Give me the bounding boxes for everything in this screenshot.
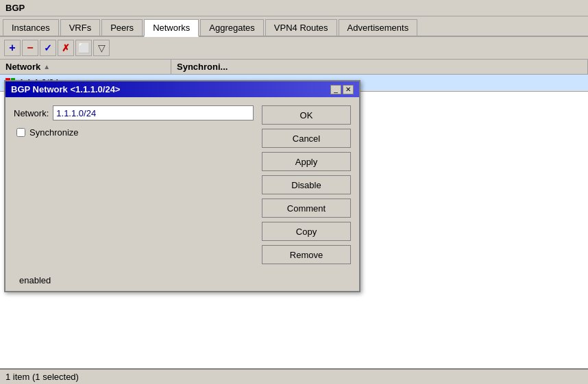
check-button[interactable]: ✓: [40, 40, 56, 56]
tab-networks[interactable]: Networks: [144, 19, 199, 37]
synchronize-row: Synchronize: [16, 127, 254, 138]
table-header: Network ▲ Synchroni...: [0, 60, 588, 75]
dialog-actions: OK Cancel Apply Disable Comment Copy Rem…: [262, 105, 351, 264]
dialog-close-button[interactable]: ✕: [343, 85, 354, 94]
dialog-title-text: BGP Network <1.1.1.0/24>: [11, 84, 120, 94]
dialog-minimize-button[interactable]: _: [330, 85, 341, 94]
remove-button[interactable]: Remove: [262, 245, 351, 264]
tab-advertisements[interactable]: Advertisements: [339, 19, 418, 36]
ok-button[interactable]: OK: [262, 105, 351, 125]
dialog-form: Network: Synchronize: [14, 105, 254, 264]
window-title: BGP: [5, 3, 25, 13]
tab-instances[interactable]: Instances: [3, 19, 59, 36]
content-area: Network ▲ Synchroni... 1.1.1.0/24: [0, 60, 588, 384]
folder-button[interactable]: ⬜: [75, 40, 92, 56]
status-text: 1 item (1 selected): [5, 372, 79, 382]
toolbar: + − ✓ ✗ ⬜ ▽: [0, 37, 588, 60]
network-input[interactable]: [53, 105, 254, 120]
tab-bar: Instances VRFs Peers Networks Aggregates…: [0, 16, 588, 37]
status-bar: 1 item (1 selected): [0, 368, 588, 384]
cancel-button[interactable]: Cancel: [262, 129, 351, 148]
network-label: Network:: [14, 108, 49, 118]
dialog-footer: enabled: [5, 272, 359, 291]
apply-button[interactable]: Apply: [262, 152, 351, 171]
dialog-body: Network: Synchronize OK Cancel Apply Dis…: [5, 97, 359, 272]
tab-vrfs[interactable]: VRFs: [60, 19, 101, 36]
remove-button[interactable]: −: [22, 40, 38, 56]
synchronize-label: Synchronize: [29, 127, 79, 138]
bgp-network-dialog: BGP Network <1.1.1.0/24> _ ✕ Network: Sy…: [4, 80, 360, 292]
dialog-title-buttons: _ ✕: [330, 85, 354, 94]
col-synchronize: Synchroni...: [171, 60, 588, 74]
filter-button[interactable]: ▽: [93, 40, 110, 56]
disable-button[interactable]: Disable: [262, 175, 351, 194]
tab-aggregates[interactable]: Aggregates: [200, 19, 264, 36]
synchronize-checkbox[interactable]: [16, 128, 25, 137]
add-button[interactable]: +: [4, 40, 21, 56]
comment-button[interactable]: Comment: [262, 199, 351, 218]
network-field-row: Network:: [14, 105, 254, 120]
dialog-title-bar: BGP Network <1.1.1.0/24> _ ✕: [5, 81, 359, 97]
sort-icon: ▲: [43, 63, 50, 71]
tab-vpn4routes[interactable]: VPN4 Routes: [265, 19, 337, 36]
copy-button[interactable]: Copy: [262, 222, 351, 241]
status-text: enabled: [14, 274, 56, 287]
col-network: Network ▲: [0, 60, 171, 74]
cross-button[interactable]: ✗: [58, 40, 74, 56]
tab-peers[interactable]: Peers: [101, 19, 143, 36]
title-bar: BGP: [0, 0, 588, 16]
